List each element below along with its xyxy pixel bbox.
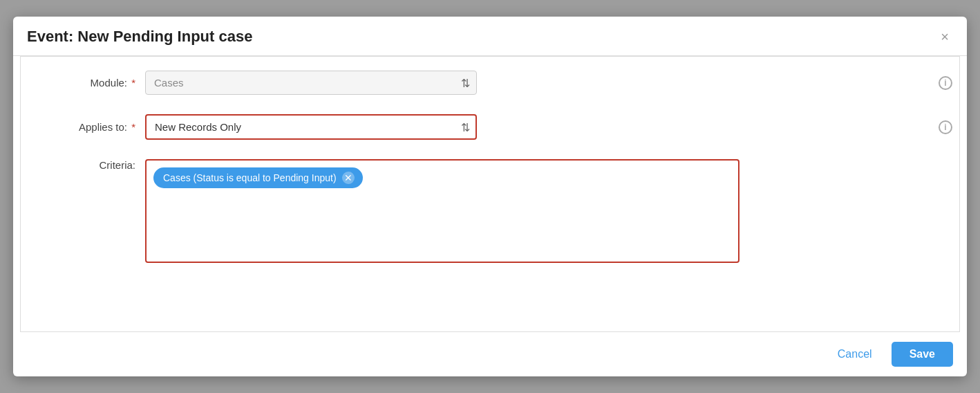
module-row: Module: * Cases ⇅ i [35,71,932,95]
criteria-box[interactable]: Cases (Status is equal to Pending Input)… [145,159,739,263]
dialog-footer: Cancel Save [13,332,967,376]
dialog-overlay: Event: New Pending Input case × Module: … [0,0,980,393]
dialog-title: Event: New Pending Input case [27,28,252,46]
event-dialog: Event: New Pending Input case × Module: … [13,17,967,376]
save-button[interactable]: Save [892,342,953,367]
applies-to-row: Applies to: * New Records Only All Recor… [35,114,932,140]
module-info-icon: i [939,76,952,90]
module-select[interactable]: Cases [145,71,477,95]
close-button[interactable]: × [936,28,953,45]
applies-to-label: Applies to: * [35,121,145,133]
criteria-row: Criteria: Cases (Status is equal to Pend… [35,159,932,263]
applies-to-select-wrapper: New Records Only All Records Modified Re… [145,114,477,140]
criteria-tag: Cases (Status is equal to Pending Input)… [153,167,363,188]
applies-to-required-star: * [131,121,135,133]
criteria-tag-text: Cases (Status is equal to Pending Input) [163,172,337,183]
applies-to-info-icon: i [939,120,952,134]
criteria-tag-close-button[interactable]: ✕ [342,172,355,184]
cancel-button[interactable]: Cancel [827,342,883,366]
dialog-header: Event: New Pending Input case × [13,17,967,56]
dialog-body: Module: * Cases ⇅ i Applies to: * [20,56,960,332]
criteria-label: Criteria: [35,159,145,171]
module-label: Module: * [35,77,145,89]
module-select-wrapper: Cases ⇅ [145,71,477,95]
applies-to-select[interactable]: New Records Only All Records Modified Re… [145,114,477,140]
module-required-star: * [131,77,135,89]
